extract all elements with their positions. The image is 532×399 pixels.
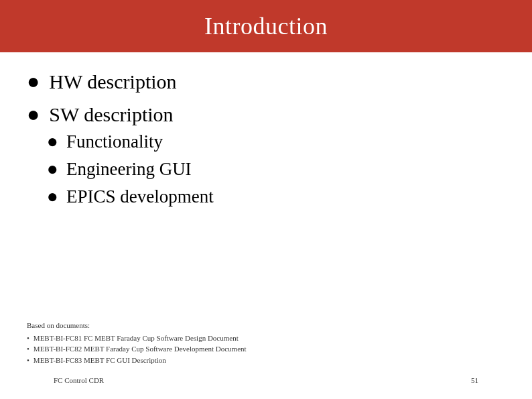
sub-bullet-list: ● Functionality ● Engineering GUI ● EPIC… — [47, 130, 214, 213]
functionality-text: Functionality — [66, 130, 163, 154]
document-text-1: MEBT-BI-FC81 FC MEBT Faraday Cup Softwar… — [34, 333, 239, 344]
footer-area: Based on documents: MEBT-BI-FC81 FC MEBT… — [0, 312, 532, 399]
slide-footer: FC Control CDR 51 — [27, 376, 505, 392]
document-item-1: MEBT-BI-FC81 FC MEBT Faraday Cup Softwar… — [27, 333, 505, 344]
title-bar: Introduction — [0, 0, 532, 52]
content-area: ● HW description ● SW description ● Func… — [0, 52, 532, 312]
slide: Introduction ● HW description ● SW descr… — [0, 0, 532, 399]
slide-title: Introduction — [204, 12, 328, 40]
based-on-section: Based on documents: MEBT-BI-FC81 FC MEBT… — [27, 320, 505, 365]
sw-description-text: SW description — [49, 101, 173, 127]
sub-item-functionality: ● Functionality — [47, 130, 214, 154]
bullet-icon-hw: ● — [27, 68, 40, 94]
sub-item-epics: ● EPICS development — [47, 185, 214, 209]
document-item-3: MEBT-BI-FC83 MEBT FC GUI Description — [27, 355, 505, 366]
engineering-gui-text: Engineering GUI — [66, 158, 192, 181]
epics-development-text: EPICS development — [66, 185, 214, 209]
list-item-hw: ● HW description — [27, 68, 505, 95]
document-text-2: MEBT-BI-FC82 MEBT Faraday Cup Software D… — [34, 343, 247, 355]
bullet-icon-sw: ● — [27, 101, 40, 127]
document-item-2: MEBT-BI-FC82 MEBT Faraday Cup Software D… — [27, 343, 505, 355]
footer-label: FC Control CDR — [54, 376, 104, 384]
sub-item-engineering-gui: ● Engineering GUI — [47, 158, 214, 181]
document-text-3: MEBT-BI-FC83 MEBT FC GUI Description — [34, 355, 166, 366]
sub-bullet-icon-functionality: ● — [47, 130, 58, 153]
hw-description-text: HW description — [49, 68, 176, 95]
list-item-sw: ● SW description ● Functionality ● Engin… — [27, 101, 505, 213]
based-on-label: Based on documents: — [27, 320, 505, 331]
sub-bullet-icon-engineering-gui: ● — [47, 158, 58, 180]
page-number: 51 — [471, 376, 478, 384]
main-bullet-list: ● HW description ● SW description ● Func… — [27, 68, 505, 219]
sub-bullet-icon-epics: ● — [47, 185, 58, 208]
documents-list: MEBT-BI-FC81 FC MEBT Faraday Cup Softwar… — [27, 333, 505, 366]
